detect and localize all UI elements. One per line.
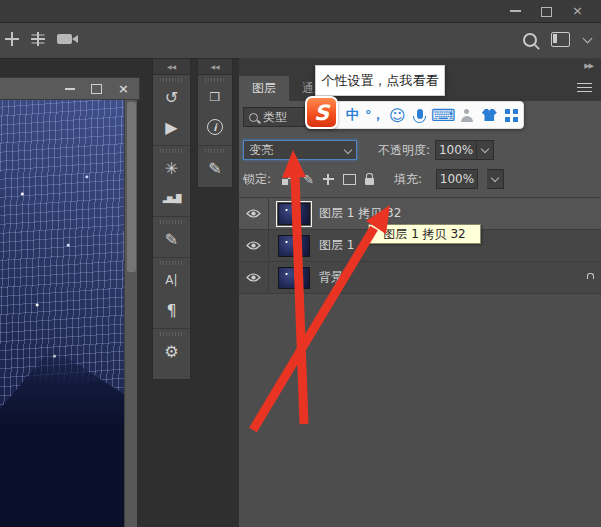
toolbox-grid-icon[interactable] xyxy=(501,109,524,122)
doc-maximize-button[interactable] xyxy=(91,84,102,94)
workspace-icon[interactable] xyxy=(551,32,570,47)
panel-strip-right: ◀◀ ❒ i ✎ xyxy=(197,58,233,188)
panel-strip-left: ◀◀ ↺ ▶ ✳ ▂▅▃▇ ✎ A| ¶ ⚙ xyxy=(152,58,191,380)
microphone-icon[interactable] xyxy=(409,109,432,122)
fill-label: 填充: xyxy=(394,171,422,188)
strip-separator xyxy=(153,216,190,217)
layer-name[interactable]: 背景 xyxy=(319,269,343,286)
options-bar xyxy=(0,23,601,59)
strip-separator xyxy=(153,145,190,146)
chevron-down-icon xyxy=(491,174,499,182)
chevron-down-icon[interactable] xyxy=(583,33,593,43)
layer-thumbnail[interactable] xyxy=(278,235,310,257)
layer-name[interactable]: 图层 1 xyxy=(319,237,354,254)
close-icon: × xyxy=(572,3,583,18)
layers-panel-empty-area xyxy=(239,294,601,527)
grid-glyph xyxy=(505,109,518,122)
layer-row-background[interactable]: 背景 xyxy=(239,262,601,294)
ime-promo-tooltip[interactable]: 个性设置，点我看看 xyxy=(315,65,445,96)
doc-close-button[interactable]: × xyxy=(118,82,129,95)
strip-separator xyxy=(153,328,190,329)
tab-layers[interactable]: 图层 xyxy=(239,76,289,101)
layer-thumbnail[interactable] xyxy=(278,267,310,289)
opacity-value[interactable]: 100% xyxy=(435,140,477,160)
eye-icon xyxy=(246,272,261,283)
panel-menu-icon[interactable] xyxy=(577,83,592,92)
chinese-mode-icon[interactable]: 中 xyxy=(341,106,364,124)
mic-glyph xyxy=(417,109,423,119)
blend-row: 变亮 不透明度: 100% xyxy=(243,140,597,160)
styles-panel-icon[interactable]: ✳ xyxy=(153,153,190,183)
info-panel-icon[interactable]: i xyxy=(198,112,232,142)
layer-list: 图层 1 拷贝 32 图层 1 背景 xyxy=(239,197,601,294)
skin-icon[interactable] xyxy=(478,109,501,121)
layer-name-tooltip: 图层 1 拷贝 32 xyxy=(368,224,481,244)
lock-transparency-icon[interactable] xyxy=(282,173,294,185)
filter-search-icon xyxy=(249,113,258,122)
lock-row: 锁定: ✎ 填充: 100% xyxy=(243,169,597,189)
emoji-icon[interactable]: ☺ xyxy=(386,106,409,125)
actions-panel-icon[interactable]: ▶ xyxy=(153,112,190,142)
video-camera-icon[interactable] xyxy=(57,34,72,44)
sogou-logo-icon[interactable]: S xyxy=(305,96,338,129)
visibility-toggle[interactable] xyxy=(246,198,269,229)
opacity-dropdown-button[interactable] xyxy=(477,140,494,160)
character-panel-icon[interactable]: A| xyxy=(153,265,190,295)
brush-presets-panel-icon[interactable]: ✎ xyxy=(198,153,232,183)
transform-3d-icon[interactable] xyxy=(31,32,45,46)
fill-dropdown-button[interactable] xyxy=(487,169,504,189)
layers-panel-content: 类型 变亮 不透明度: 100% 锁定: ✎ xyxy=(239,107,601,527)
brush-settings-panel-icon[interactable]: ✎ xyxy=(153,224,190,254)
app-titlebar: × xyxy=(0,0,601,23)
vertical-scrollbar[interactable] xyxy=(124,100,137,527)
paragraph-panel-icon[interactable]: ¶ xyxy=(153,295,190,325)
eye-icon xyxy=(246,240,261,251)
scrollbar-thumb[interactable] xyxy=(127,102,136,272)
canvas-image[interactable] xyxy=(0,100,124,527)
person-glyph xyxy=(460,109,473,122)
collapse-panels-icon[interactable]: ◀◀ xyxy=(153,59,190,75)
options-bar-right xyxy=(523,32,591,47)
lock-label: 锁定: xyxy=(243,171,271,188)
move-3d-icon[interactable] xyxy=(5,32,19,46)
search-icon[interactable] xyxy=(523,33,537,47)
window-controls: × xyxy=(500,0,593,21)
canvas-mountain-silhouette xyxy=(0,348,124,527)
lock-all-icon[interactable] xyxy=(365,178,374,185)
visibility-toggle[interactable] xyxy=(246,230,269,261)
layer-comps-panel-icon[interactable]: ❒ xyxy=(198,82,232,112)
filter-type-label: 类型 xyxy=(263,109,287,126)
doc-minimize-button[interactable] xyxy=(65,88,75,90)
punctuation-icon[interactable]: °， xyxy=(364,106,387,124)
info-icon: i xyxy=(207,119,223,135)
lock-artboard-icon[interactable] xyxy=(343,174,356,185)
opacity-label: 不透明度: xyxy=(378,142,430,159)
doc-minimize-icon xyxy=(65,88,75,90)
lock-pixels-icon[interactable]: ✎ xyxy=(303,173,314,186)
fill-value[interactable]: 100% xyxy=(436,169,478,189)
blend-mode-dropdown[interactable]: 变亮 xyxy=(243,140,357,160)
chevron-down-icon xyxy=(344,146,352,154)
chevron-down-icon xyxy=(481,145,489,153)
minimize-icon xyxy=(510,10,521,12)
collapse-panels-icon[interactable]: ◀◀ xyxy=(198,59,232,75)
document-titlebar[interactable]: × xyxy=(0,77,140,100)
strip-separator xyxy=(198,145,232,146)
visibility-toggle[interactable] xyxy=(246,262,269,293)
keyboard-icon[interactable]: ⌨ xyxy=(431,105,456,125)
layer-thumbnail[interactable] xyxy=(278,203,310,225)
blend-mode-value: 变亮 xyxy=(249,142,273,159)
layer-name[interactable]: 图层 1 拷贝 32 xyxy=(319,205,401,222)
lock-position-icon[interactable] xyxy=(323,174,334,185)
account-icon[interactable] xyxy=(456,109,479,122)
minimize-button[interactable] xyxy=(500,0,531,21)
restore-button[interactable] xyxy=(531,0,562,21)
photoshop-window: × × ◀◀ ↺ ▶ ✳ ▂▅▃▇ xyxy=(0,0,601,527)
histogram-glyph: ▂▅▃▇ xyxy=(163,193,181,203)
share-panel-icon[interactable]: ⚙ xyxy=(153,336,190,366)
histogram-panel-icon[interactable]: ▂▅▃▇ xyxy=(153,183,190,213)
history-panel-icon[interactable]: ↺ xyxy=(153,82,190,112)
restore-icon xyxy=(541,7,552,17)
close-button[interactable]: × xyxy=(562,0,593,21)
sogou-input-bar: S 中 °， ☺ ⌨ xyxy=(306,101,524,129)
